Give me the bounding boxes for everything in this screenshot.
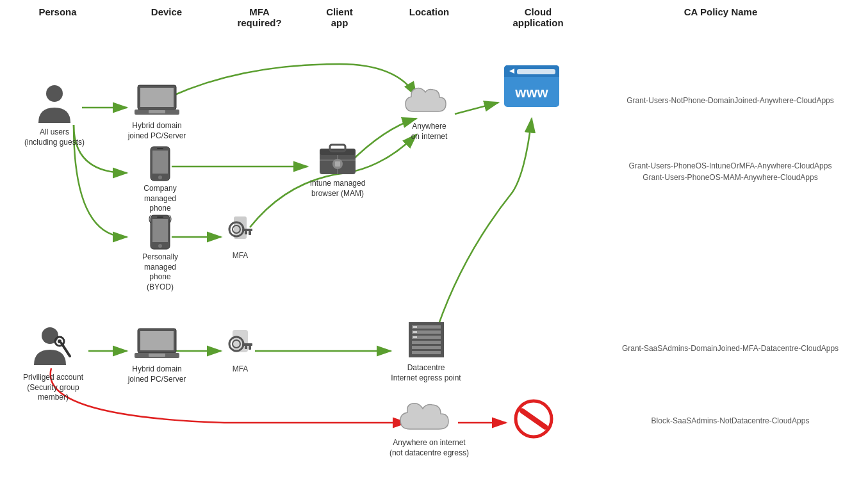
header-location: Location [397,6,461,17]
svg-rect-47 [245,346,247,349]
svg-rect-45 [242,343,252,346]
svg-point-2 [46,85,63,102]
svg-rect-39 [140,331,174,350]
svg-point-9 [158,175,162,179]
node-block [505,398,562,440]
label-intune-browser: Intune managed browser (MAM) [310,179,366,199]
label-hybrid-pc1: Hybrid domain joined PC/Server [128,121,186,141]
node-mfa-personal: MFA [221,216,259,261]
node-anywhere2: Anywhere on internet (not datacentre egr… [388,397,471,458]
node-hybrid-pc1: Hybrid domain joined PC/Server [122,83,192,141]
policy-p3: Grant-SaaSAdmins-DomainJoined-MFA-Datace… [602,343,858,354]
svg-rect-6 [149,110,165,113]
header-persona: Persona [19,6,96,17]
svg-rect-32 [517,69,555,74]
svg-rect-57 [413,336,417,338]
policy-p2: Grant-Users-PhoneOS-IntuneOrMFA-Anywhere… [602,160,858,183]
label-datacentre: Datacentre Internet egress point [391,363,461,383]
diagram-container: Persona Device MFA required? Client app … [0,0,868,481]
label-all-users: All users (including guests) [24,127,85,147]
label-personal-phone: Personally managed phone (BYOD) [135,252,186,292]
svg-rect-18 [249,231,251,235]
label-hybrid-pc2: Hybrid domain joined PC/Server [128,364,186,384]
node-mfa-priv: MFA [221,330,259,375]
node-company-phone: Company managed phone (MDM) [135,146,186,224]
svg-rect-4 [140,88,174,107]
svg-point-13 [158,244,162,248]
node-personal-phone: Personally managed phone (BYOD) [135,215,186,292]
svg-rect-55 [413,326,417,328]
svg-rect-12 [152,219,168,242]
svg-rect-46 [249,346,251,350]
svg-text:www: www [514,85,548,101]
node-hybrid-pc2: Hybrid domain joined PC/Server [122,327,192,384]
header-client-app: Client app [307,6,372,28]
policy-p1: Grant-Users-NotPhone-DomainJoined-Anywhe… [602,95,858,106]
svg-rect-52 [412,341,441,344]
label-mfa-priv: MFA [233,364,249,375]
svg-rect-10 [157,148,163,149]
label-anywhere: Anywhere on internet [411,122,448,142]
node-anywhere: Anywhere on internet [394,82,464,142]
label-privileged: Priviliged account (Security group membe… [12,373,95,403]
node-intune-browser: Intune managed browser (MAM) [302,141,373,199]
svg-rect-14 [157,216,163,218]
svg-rect-20 [234,216,247,239]
node-www-app: www [496,64,567,115]
svg-rect-54 [412,351,441,354]
header-ca-policy: CA Policy Name [631,6,810,17]
node-privileged: Priviliged account (Security group membe… [12,325,95,403]
svg-rect-56 [413,331,417,333]
label-anywhere2: Anywhere on internet (not datacentre egr… [389,438,469,458]
node-all-users: All users (including guests) [19,83,90,147]
header-device: Device [125,6,208,17]
svg-point-37 [58,339,61,343]
svg-rect-41 [149,354,165,357]
svg-rect-8 [152,151,168,174]
policy-p4: Block-SaaSAdmins-NotDatacentre-CloudApps [602,415,858,427]
label-mfa-personal: MFA [233,251,249,261]
svg-rect-23 [330,145,345,151]
header-mfa: MFA required? [227,6,291,28]
header-cloud-app: Cloud application [500,6,577,28]
svg-rect-53 [412,346,441,349]
node-datacentre: Datacentre Internet egress point [391,319,461,383]
svg-rect-27 [335,161,340,167]
